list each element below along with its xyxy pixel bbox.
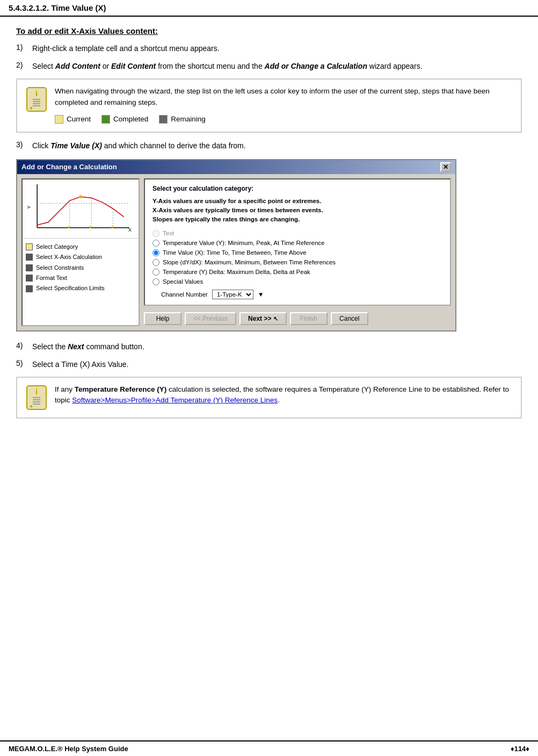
radio-special[interactable]: Special Values <box>152 278 442 285</box>
step-5-num: 5) <box>16 359 32 368</box>
svg-text:✦: ✦ <box>29 105 33 111</box>
note-2-link[interactable]: Software>Menus>Profile>Add Temperature (… <box>72 396 278 404</box>
radio-temp-y[interactable]: Temperature Value (Y): Minimum, Peak, At… <box>152 240 442 247</box>
channel-row: Channel Number 1-Type-K ▼ <box>161 290 442 299</box>
channel-dropdown-icon: ▼ <box>258 291 264 298</box>
step-box-remaining-2 <box>26 264 33 271</box>
help-button[interactable]: Help <box>144 312 181 325</box>
dialog-body: Y X ★ ★ <box>17 174 455 330</box>
info-icon-2: i ✦ <box>25 384 48 411</box>
radio-special-label: Special Values <box>163 278 203 285</box>
radio-time-x-label: Time Value (X): Time To, Time Between, T… <box>163 249 307 256</box>
step-label-3: Format Text <box>36 274 67 282</box>
page-header: 5.4.3.2.1.2. Time Value (X) <box>0 0 538 17</box>
color-key-remaining: Remaining <box>159 114 206 125</box>
note-box-2: i ✦ If any Temperature Reference (Y) cal… <box>16 377 522 419</box>
radio-slope-input[interactable] <box>152 259 159 266</box>
dialog-titlebar: Add or Change a Calculation ✕ <box>17 160 455 174</box>
svg-text:✦: ✦ <box>29 404 33 409</box>
radio-time-x[interactable]: Time Value (X): Time To, Time Between, T… <box>152 249 442 256</box>
dialog-title: Add or Change a Calculation <box>21 163 117 171</box>
step-1-text: Right-click a template cell and a shortc… <box>32 43 220 54</box>
temp-ref-y-bold: Temperature Reference (Y) <box>75 385 167 393</box>
step-label-2: Select Constraints <box>36 264 84 272</box>
step-1: 1) Right-click a template cell and a sho… <box>16 43 522 54</box>
dialog-chart-area: Y X ★ ★ <box>23 179 139 239</box>
radio-text[interactable]: Text <box>152 230 442 237</box>
dialog-steps-list: Select Category Select X-Axis Calculatio… <box>23 239 139 325</box>
color-key-completed: Completed <box>101 114 148 125</box>
remaining-color-box <box>159 115 168 124</box>
svg-point-18 <box>79 195 82 198</box>
previous-button[interactable]: << Previous <box>185 312 236 325</box>
step-3: 3) Click Time Value (X) and which channe… <box>16 140 522 152</box>
footer-left: MEGAM.O.L.E.® Help System Guide <box>9 745 128 753</box>
time-value-x-label: Time Value (X) <box>50 141 102 150</box>
step-4: 4) Select the Next command button. <box>16 341 522 352</box>
radio-text-label: Text <box>163 230 174 236</box>
dialog-right-title: Select your calculation category: <box>152 185 442 192</box>
step-2-num: 2) <box>16 61 32 69</box>
radio-temp-delta-input[interactable] <box>152 269 159 276</box>
footer-right: ♦114♦ <box>511 745 529 753</box>
step-5: 5) Select a Time (X) Axis Value. <box>16 359 522 370</box>
step-box-remaining-4 <box>26 285 33 292</box>
step-label-0: Select Category <box>36 243 78 251</box>
dialog-close-button[interactable]: ✕ <box>440 162 451 172</box>
dialog-step-x-axis: Select X-Axis Calculation <box>25 252 136 262</box>
svg-text:★: ★ <box>110 225 114 230</box>
radio-time-x-input[interactable] <box>152 249 159 256</box>
dialog-buttons: Help << Previous Next >> ↖ Finish Cancel <box>144 310 451 326</box>
step-3-num: 3) <box>16 140 32 149</box>
radio-temp-delta[interactable]: Temperature (Y) Delta: Maximum Delta, De… <box>152 269 442 276</box>
svg-text:i: i <box>35 89 38 98</box>
header-title: 5.4.3.2.1.2. Time Value (X) <box>9 3 106 12</box>
note-1-content: When navigating through the wizard, the … <box>55 86 513 125</box>
info-icon: i ✦ <box>25 86 48 113</box>
step-2-text: Select Add Content or Edit Content from … <box>32 61 423 72</box>
edit-content-label: Edit Content <box>111 62 156 70</box>
dialog-right-panel: Select your calculation category: Y-Axis… <box>144 178 451 326</box>
dialog-step-format: Format Text <box>25 273 136 283</box>
radio-temp-y-input[interactable] <box>152 240 159 247</box>
current-label: Current <box>67 114 91 125</box>
remaining-label: Remaining <box>171 114 206 125</box>
channel-select[interactable]: 1-Type-K <box>212 290 253 299</box>
radio-special-input[interactable] <box>152 278 159 285</box>
note-2-content: If any Temperature Reference (Y) calcula… <box>55 384 513 407</box>
step-box-remaining-1 <box>26 254 33 261</box>
completed-label: Completed <box>113 114 148 125</box>
step-1-num: 1) <box>16 43 32 52</box>
radio-text-input[interactable] <box>152 230 159 237</box>
note-box-1: i ✦ When navigating through the wizard, … <box>16 78 522 133</box>
dialog-window: Add or Change a Calculation ✕ Y <box>16 159 456 332</box>
next-label: Next <box>68 342 84 351</box>
svg-text:Y: Y <box>26 205 32 208</box>
step-label-4: Select Specification Limits <box>36 284 105 292</box>
step-5-text: Select a Time (X) Axis Value. <box>32 359 128 370</box>
dialog-right-inner: Select your calculation category: Y-Axis… <box>144 178 451 306</box>
svg-text:★: ★ <box>67 225 71 230</box>
finish-button[interactable]: Finish <box>290 312 328 325</box>
cancel-button[interactable]: Cancel <box>331 312 368 325</box>
add-content-label: Add Content <box>55 62 100 70</box>
dialog-step-constraints: Select Constraints <box>25 263 136 273</box>
dialog-wrapper: Add or Change a Calculation ✕ Y <box>16 159 522 332</box>
step-4-num: 4) <box>16 341 32 350</box>
svg-text:X: X <box>128 227 132 233</box>
step-4-text: Select the Next command button. <box>32 341 144 352</box>
svg-text:★: ★ <box>88 225 92 230</box>
radio-slope[interactable]: Slope (dY/dX): Maximum, Minimum, Between… <box>152 259 442 266</box>
cursor-icon: ↖ <box>273 315 278 322</box>
dialog-right-desc: Y-Axis values are usually for a specific… <box>152 197 442 225</box>
dialog-step-select-category: Select Category <box>25 242 136 252</box>
next-button[interactable]: Next >> ↖ <box>239 312 287 325</box>
color-key-current: Current <box>55 114 91 125</box>
radio-temp-y-label: Temperature Value (Y): Minimum, Peak, At… <box>163 240 324 246</box>
step-box-remaining-3 <box>26 275 33 282</box>
step-box-current <box>26 243 33 250</box>
completed-color-box <box>101 115 110 124</box>
section-title: To add or edit X-Axis Values content: <box>16 26 522 35</box>
step-2: 2) Select Add Content or Edit Content fr… <box>16 61 522 72</box>
note-1-text: When navigating through the wizard, the … <box>55 87 490 106</box>
